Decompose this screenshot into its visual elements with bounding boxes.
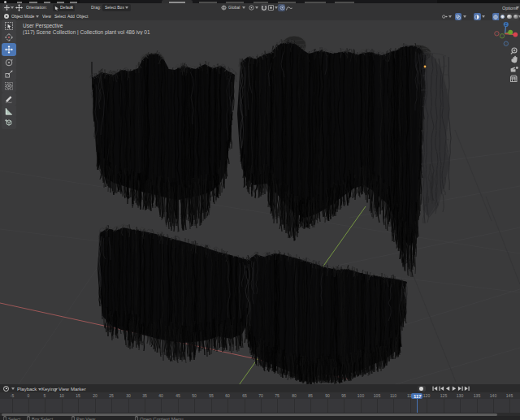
svg-text:Z: Z — [505, 23, 507, 27]
